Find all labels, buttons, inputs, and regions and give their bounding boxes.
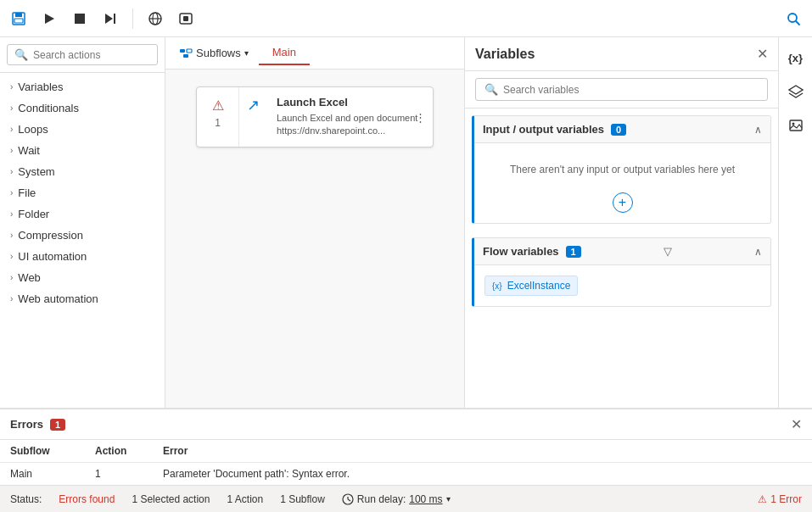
layers-icon — [788, 84, 804, 99]
canvas-scroll[interactable]: ⚠ 1 ↗ Launch Excel Launch Excel and open… — [165, 70, 464, 408]
chevron-right-icon: › — [10, 125, 13, 134]
sidebar-item-system[interactable]: › System — [0, 161, 165, 182]
close-button[interactable]: ✕ — [757, 46, 768, 62]
subflows-button[interactable]: Subflows ▾ — [172, 42, 255, 65]
col-header-action: Action — [85, 440, 153, 463]
svg-rect-2 — [14, 19, 23, 23]
vars-search-container: 🔍 — [465, 71, 778, 109]
action-count: 1 Action — [227, 493, 263, 505]
chevron-right-icon: › — [10, 82, 13, 92]
error-count-status[interactable]: ⚠ 1 Error — [758, 493, 802, 505]
svg-marker-17 — [789, 86, 803, 94]
status-bar: Status: Errors found 1 Selected action 1… — [0, 485, 812, 512]
sidebar-item-loops[interactable]: › Loops — [0, 119, 165, 140]
sidebar-item-web[interactable]: › Web — [0, 267, 165, 288]
image-icon-button[interactable] — [782, 112, 809, 139]
sidebar-item-web-automation[interactable]: › Web automation — [0, 288, 165, 309]
search-button[interactable] — [781, 7, 805, 31]
recorder-button[interactable] — [174, 7, 198, 31]
run-delay-value[interactable]: 100 ms — [409, 493, 442, 505]
sidebar-item-conditionals[interactable]: › Conditionals — [0, 97, 165, 119]
vars-search-box: 🔍 — [475, 78, 768, 101]
layers-icon-button[interactable] — [782, 78, 809, 105]
search-input[interactable] — [33, 49, 150, 61]
error-action: 1 — [85, 463, 153, 486]
svg-rect-14 — [180, 49, 185, 53]
run-delay-container: Run delay: 100 ms ▾ — [342, 493, 451, 505]
sidebar-item-compression[interactable]: › Compression — [0, 225, 165, 246]
error-status-icon: ⚠ — [758, 493, 767, 505]
svg-marker-5 — [105, 14, 113, 24]
filter-icon[interactable]: ▽ — [664, 245, 672, 258]
chevron-right-icon: › — [10, 273, 13, 282]
chevron-right-icon: › — [10, 188, 13, 198]
stop-button[interactable] — [68, 7, 92, 31]
add-variable-button[interactable]: + — [613, 192, 633, 213]
errors-badge: 1 — [50, 419, 65, 431]
save-button[interactable] — [7, 7, 31, 31]
sidebar-item-variables[interactable]: › Variables — [0, 76, 165, 97]
subflow-count: 1 Subflow — [280, 493, 325, 505]
error-row: Main 1 Parameter 'Document path': Syntax… — [0, 463, 812, 486]
toolbar-divider — [132, 8, 133, 29]
svg-marker-3 — [45, 14, 54, 24]
run-delay-label: Run delay: — [357, 493, 406, 505]
sidebar-item-file[interactable]: › File — [0, 182, 165, 203]
action-arrow-icon: ↗ — [239, 87, 266, 147]
sidebar-item-folder[interactable]: › Folder — [0, 203, 165, 225]
col-header-error: Error — [153, 440, 812, 463]
subflows-icon — [179, 47, 193, 60]
error-message: Parameter 'Document path': Syntax error. — [153, 463, 812, 486]
flow-vars-count: 1 — [566, 246, 581, 258]
errors-close-button[interactable]: ✕ — [791, 416, 802, 432]
error-status-count: 1 Error — [770, 493, 802, 505]
error-subflow: Main — [0, 463, 85, 486]
status-label: Status: — [10, 493, 42, 505]
errors-table: Subflow Action Error Main 1 Parameter 'D… — [0, 440, 812, 485]
chevron-up-icon[interactable]: ∧ — [754, 124, 762, 136]
canvas-area: Subflows ▾ Main ⚠ 1 ↗ Launch Excel Launc… — [165, 37, 464, 408]
action-body: Launch Excel Launch Excel and open docum… — [266, 87, 433, 147]
sidebar-item-ui-automation[interactable]: › UI automation — [0, 246, 165, 267]
flow-vars-body: {x} ExcelInstance — [474, 265, 770, 306]
chevron-down-icon[interactable]: ▾ — [446, 494, 451, 504]
svg-rect-11 — [183, 16, 188, 21]
svg-rect-15 — [187, 49, 192, 53]
errors-panel: Errors 1 ✕ Subflow Action Error Main 1 P… — [0, 408, 812, 485]
action-card-left: ⚠ 1 — [197, 87, 239, 147]
chevron-right-icon: › — [10, 294, 13, 303]
clock-icon — [342, 493, 354, 505]
svg-rect-6 — [114, 14, 115, 24]
toolbar — [0, 0, 812, 37]
svg-line-22 — [348, 499, 350, 501]
run-button[interactable] — [37, 7, 61, 31]
sidebar-item-wait[interactable]: › Wait — [0, 140, 165, 161]
sidebar: 🔍 › Variables › Conditionals › Loops › W… — [0, 37, 165, 408]
add-variable-container: + — [484, 192, 760, 213]
canvas-tabs: Subflows ▾ Main — [165, 37, 464, 70]
chevron-right-icon: › — [10, 231, 13, 240]
tab-main[interactable]: Main — [259, 41, 310, 65]
flow-vars-header: Flow variables 1 ▽ ∧ — [474, 238, 770, 265]
selected-action-count: 1 Selected action — [132, 493, 210, 505]
vars-search-input[interactable] — [503, 84, 759, 96]
curly-brace-icon: {x} — [788, 52, 803, 64]
search-box: 🔍 — [7, 44, 158, 65]
flow-var-label: ExcelInstance — [507, 280, 571, 292]
action-menu-button[interactable]: ⋮ — [415, 110, 426, 123]
action-card: ⚠ 1 ↗ Launch Excel Launch Excel and open… — [196, 86, 434, 147]
variable-icon: {x} — [492, 281, 502, 291]
chevron-up-icon-flow[interactable]: ∧ — [754, 246, 762, 258]
action-description: Launch Excel and open document https://d… — [277, 112, 423, 138]
flow-var-item[interactable]: {x} ExcelInstance — [484, 275, 578, 296]
chevron-right-icon: › — [10, 103, 13, 113]
errors-header: Errors 1 ✕ — [0, 409, 812, 440]
next-step-button[interactable] — [98, 7, 122, 31]
errors-title: Errors — [10, 418, 43, 431]
variables-icon-button[interactable]: {x} — [782, 44, 809, 71]
right-sidebar: {x} — [778, 37, 812, 408]
search-icon: 🔍 — [14, 48, 28, 61]
sidebar-search-container: 🔍 — [0, 37, 165, 73]
input-output-body: There aren't any input or output variabl… — [474, 143, 770, 223]
browser-button[interactable] — [143, 7, 167, 31]
